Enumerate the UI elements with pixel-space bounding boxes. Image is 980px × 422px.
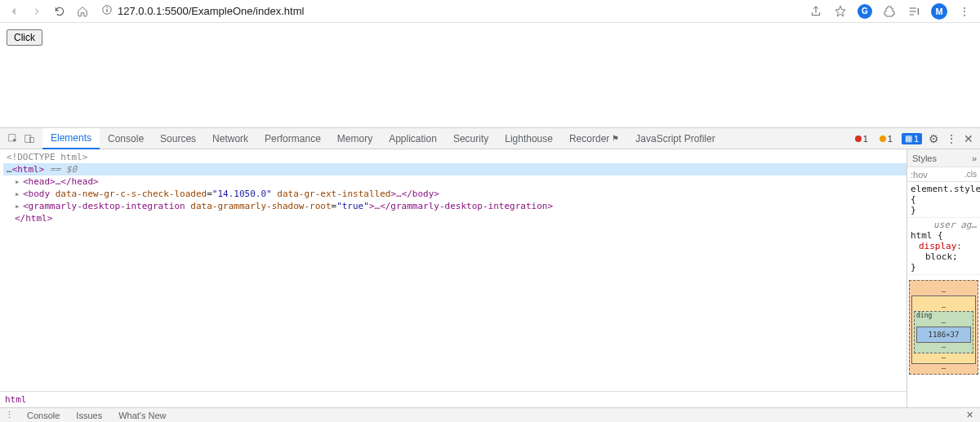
dom-grammarly[interactable]: ▸<grammarly-desktop-integration data-gra… — [3, 200, 906, 212]
reload-icon — [54, 6, 65, 17]
address-bar[interactable]: 127.0.0.1:5500/ExampleOne/index.html — [96, 4, 804, 18]
inspect-element-icon[interactable] — [5, 131, 21, 147]
home-icon — [77, 6, 88, 17]
drawer-tab-console[interactable]: Console — [19, 411, 68, 420]
drawer-tab-whatsnew[interactable]: What's New — [110, 411, 174, 420]
reload-button[interactable] — [51, 2, 69, 20]
tab-elements[interactable]: Elements — [42, 128, 100, 149]
tab-application[interactable]: Application — [381, 128, 445, 149]
ua-style-block[interactable]: user ag… html { display: block; } — [907, 218, 980, 275]
profile-avatar[interactable]: M — [931, 3, 947, 20]
dom-html-open[interactable]: …<html> == $0 — [3, 163, 906, 175]
error-count[interactable]: 1 — [853, 134, 871, 144]
reading-list-icon[interactable] — [906, 4, 921, 19]
dom-html-close[interactable]: </html> — [3, 212, 906, 224]
error-dot-icon — [855, 135, 862, 142]
settings-icon[interactable]: ⚙ — [929, 132, 939, 145]
dom-body[interactable]: ▸<body data-new-gr-c-s-check-loaded="14.… — [3, 188, 906, 200]
extensions-icon[interactable] — [882, 4, 897, 19]
url-text: 127.0.0.1:5500/ExampleOne/index.html — [118, 5, 304, 17]
breadcrumb[interactable]: html — [0, 391, 906, 407]
styles-panel: Styles » :hov .cls element.style { } use… — [906, 149, 980, 407]
kebab-menu-icon[interactable]: ⋮ — [957, 4, 972, 19]
styles-tab[interactable]: Styles — [907, 153, 942, 163]
svg-rect-1 — [106, 9, 107, 12]
tab-recorder[interactable]: Recorder⚑ — [561, 128, 627, 149]
tab-js-profiler[interactable]: JavaScript Profiler — [627, 128, 723, 149]
issues-count[interactable]: ▦1 — [902, 133, 922, 144]
home-button[interactable] — [74, 2, 91, 20]
dom-tree[interactable]: <!DOCTYPE html> …<html> == $0 ▸<head>…</… — [0, 149, 906, 391]
forward-button[interactable] — [28, 2, 46, 20]
site-info-icon[interactable] — [101, 4, 113, 18]
dom-head[interactable]: ▸<head>…</head> — [3, 175, 906, 188]
share-icon[interactable] — [808, 4, 823, 19]
warning-count[interactable]: 1 — [877, 134, 895, 144]
svg-rect-5 — [30, 137, 34, 142]
styles-more-icon[interactable]: » — [969, 153, 980, 163]
toolbar-right: G M ⋮ — [808, 3, 975, 20]
device-toggle-icon[interactable] — [21, 131, 38, 147]
click-button[interactable]: Click — [7, 29, 42, 46]
back-button[interactable] — [5, 2, 23, 20]
tab-console[interactable]: Console — [100, 128, 152, 149]
drawer-menu-icon[interactable]: ⋮ — [0, 410, 19, 420]
element-style-block[interactable]: element.style { } — [907, 182, 980, 218]
tab-memory[interactable]: Memory — [329, 128, 381, 149]
box-model-content: 1186×37 — [916, 326, 971, 343]
tab-lighthouse[interactable]: Lighthouse — [497, 128, 561, 149]
issues-icon: ▦ — [905, 134, 912, 143]
browser-toolbar: 127.0.0.1:5500/ExampleOne/index.html G M… — [0, 0, 980, 23]
dom-doctype[interactable]: <!DOCTYPE html> — [3, 151, 906, 163]
tab-network[interactable]: Network — [204, 128, 256, 149]
preview-badge-icon: ⚑ — [612, 134, 619, 143]
bookmark-icon[interactable] — [833, 4, 848, 19]
tab-sources[interactable]: Sources — [152, 128, 204, 149]
box-model[interactable]: – – ding – 1186×37 – – – — [907, 275, 980, 380]
cls-toggle[interactable]: .cls — [964, 170, 977, 179]
extension-grammarly-icon[interactable]: G — [858, 4, 872, 19]
drawer-close-icon[interactable]: ✕ — [960, 410, 980, 420]
elements-panel: <!DOCTYPE html> …<html> == $0 ▸<head>…</… — [0, 149, 906, 407]
devtools-menu-icon[interactable]: ⋮ — [946, 132, 957, 145]
warning-dot-icon — [880, 135, 886, 142]
hov-toggle[interactable]: :hov — [911, 170, 928, 180]
arrow-right-icon — [31, 6, 42, 17]
tab-security[interactable]: Security — [445, 128, 497, 149]
page-viewport: Click — [0, 23, 980, 127]
tab-performance[interactable]: Performance — [256, 128, 329, 149]
styles-filter[interactable]: :hov .cls — [907, 167, 980, 182]
devtools: Elements Console Sources Network Perform… — [0, 127, 980, 422]
svg-rect-2 — [106, 7, 107, 8]
drawer-tab-issues[interactable]: Issues — [68, 411, 110, 420]
devtools-close-icon[interactable]: ✕ — [964, 132, 973, 145]
arrow-left-icon — [8, 6, 20, 17]
devtools-tabs: Elements Console Sources Network Perform… — [0, 128, 980, 149]
drawer: ⋮ Console Issues What's New ✕ — [0, 407, 980, 422]
